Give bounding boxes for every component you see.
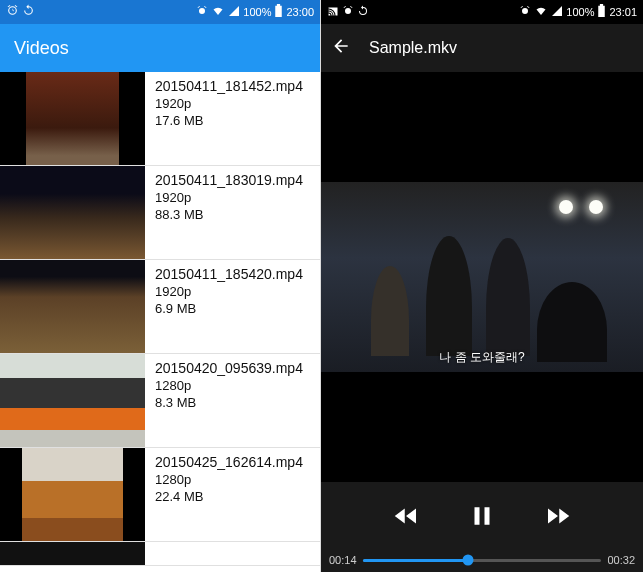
status-bar: 100% 23:00 bbox=[0, 0, 320, 24]
battery-pct: 100% bbox=[243, 6, 271, 18]
video-filename: 20150425_162614.mp4 bbox=[155, 454, 303, 470]
list-item[interactable]: 20150411_185420.mp4 1920p 6.9 MB bbox=[0, 260, 320, 354]
video-size: 17.6 MB bbox=[155, 113, 303, 128]
video-frame: 나 좀 도와줄래? bbox=[321, 182, 643, 372]
video-thumbnail bbox=[0, 354, 145, 447]
battery-pct: 100% bbox=[566, 6, 594, 18]
video-filename: 20150411_183019.mp4 bbox=[155, 172, 303, 188]
alarm2-icon bbox=[519, 5, 531, 20]
forward-button[interactable] bbox=[543, 501, 573, 535]
videos-app-screen: 100% 23:00 Videos 20150411_181452.mp4 19… bbox=[0, 0, 321, 572]
wifi-icon bbox=[211, 5, 225, 20]
status-time: 23:00 bbox=[286, 6, 314, 18]
seek-fill bbox=[363, 559, 468, 562]
battery-icon bbox=[274, 4, 283, 20]
video-resolution: 1920p bbox=[155, 96, 303, 111]
app-bar: Videos bbox=[0, 24, 320, 72]
total-time: 00:32 bbox=[607, 554, 635, 566]
status-bar: 100% 23:01 bbox=[321, 0, 643, 24]
list-item[interactable]: 20150411_183019.mp4 1920p 88.3 MB bbox=[0, 166, 320, 260]
video-thumbnail bbox=[0, 542, 145, 565]
list-item[interactable]: 20150411_181452.mp4 1920p 17.6 MB bbox=[0, 72, 320, 166]
pause-button[interactable] bbox=[467, 501, 497, 535]
player-app-bar: Sample.mkv bbox=[321, 24, 643, 72]
page-title: Videos bbox=[14, 38, 69, 59]
cast-icon bbox=[327, 5, 339, 20]
status-time: 23:01 bbox=[609, 6, 637, 18]
video-thumbnail bbox=[0, 260, 145, 353]
video-thumbnail bbox=[0, 72, 145, 165]
video-resolution: 1920p bbox=[155, 284, 303, 299]
list-item[interactable]: 20150420_095639.mp4 1280p 8.3 MB bbox=[0, 354, 320, 448]
subtitle-text: 나 좀 도와줄래? bbox=[321, 349, 643, 366]
sync-icon bbox=[357, 5, 369, 20]
elapsed-time: 00:14 bbox=[329, 554, 357, 566]
video-filename: 20150420_095639.mp4 bbox=[155, 360, 303, 376]
sync-icon bbox=[22, 4, 35, 20]
signal-icon bbox=[551, 5, 563, 20]
player-controls: 00:14 00:32 bbox=[321, 482, 643, 572]
alarm-icon bbox=[342, 5, 354, 20]
wifi-icon bbox=[534, 5, 548, 20]
video-size: 6.9 MB bbox=[155, 301, 303, 316]
video-title: Sample.mkv bbox=[369, 39, 457, 57]
video-list[interactable]: 20150411_181452.mp4 1920p 17.6 MB 201504… bbox=[0, 72, 320, 572]
video-resolution: 1280p bbox=[155, 378, 303, 393]
signal-icon bbox=[228, 5, 240, 20]
rewind-button[interactable] bbox=[391, 501, 421, 535]
video-filename: 20150411_185420.mp4 bbox=[155, 266, 303, 282]
video-viewport[interactable]: 나 좀 도와줄래? bbox=[321, 72, 643, 482]
video-thumbnail bbox=[0, 166, 145, 259]
video-size: 22.4 MB bbox=[155, 489, 303, 504]
list-item[interactable]: 20150425_162614.mp4 1280p 22.4 MB bbox=[0, 448, 320, 542]
alarm-icon bbox=[6, 4, 19, 20]
video-size: 8.3 MB bbox=[155, 395, 303, 410]
battery-icon bbox=[597, 4, 606, 20]
video-filename: 20150411_181452.mp4 bbox=[155, 78, 303, 94]
player-screen: 100% 23:01 Sample.mkv 나 좀 도와줄래? bbox=[321, 0, 643, 572]
video-resolution: 1920p bbox=[155, 190, 303, 205]
video-resolution: 1280p bbox=[155, 472, 303, 487]
seek-thumb[interactable] bbox=[462, 555, 473, 566]
seek-bar[interactable] bbox=[363, 559, 602, 562]
list-item[interactable] bbox=[0, 542, 320, 566]
video-size: 88.3 MB bbox=[155, 207, 303, 222]
back-button[interactable] bbox=[331, 36, 351, 60]
alarm2-icon bbox=[196, 5, 208, 20]
video-thumbnail bbox=[0, 448, 145, 541]
